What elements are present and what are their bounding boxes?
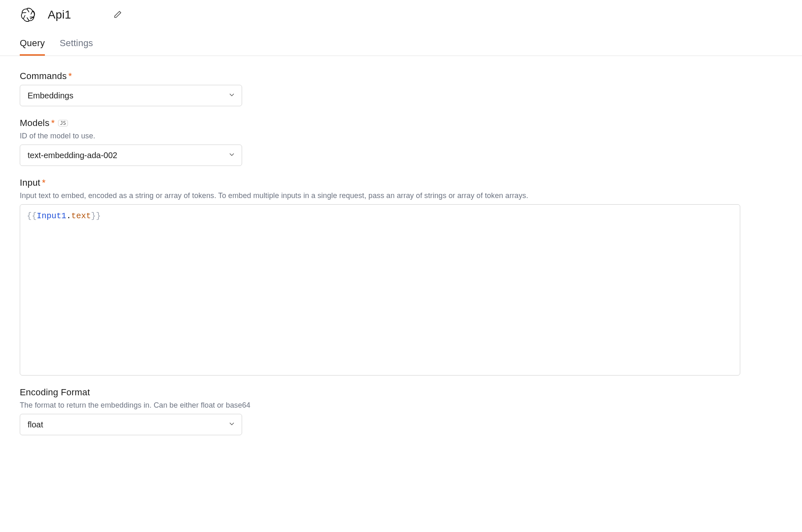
field-input-help: Input text to embed, encoded as a string… bbox=[20, 191, 782, 200]
encoding-format-select[interactable]: float bbox=[20, 414, 242, 435]
field-input-label-row: Input* bbox=[20, 177, 782, 188]
field-models-help: ID of the model to use. bbox=[20, 132, 782, 140]
js-badge[interactable]: JS bbox=[58, 120, 68, 126]
field-models-label-row: Models* JS bbox=[20, 118, 782, 128]
code-token-property: text bbox=[71, 211, 91, 221]
code-token-identifier: Input1 bbox=[37, 211, 66, 221]
encoding-format-select-value: float bbox=[28, 420, 43, 429]
models-select[interactable]: text-embedding-ada-002 bbox=[20, 145, 242, 166]
openai-logo-icon bbox=[20, 7, 36, 23]
field-commands-label: Commands bbox=[20, 71, 67, 82]
form-area: Commands* Embeddings Models* JS ID of th… bbox=[0, 56, 802, 463]
code-token-close-brace: }} bbox=[91, 211, 101, 221]
page-root: Api1 Query Settings bbox=[0, 0, 802, 463]
commands-select-value: Embeddings bbox=[28, 91, 73, 100]
models-select-value: text-embedding-ada-002 bbox=[28, 151, 117, 160]
tabs-bar: Query Settings bbox=[0, 38, 802, 56]
required-marker: * bbox=[51, 118, 55, 128]
field-models: Models* JS ID of the model to use. text-… bbox=[20, 118, 782, 166]
api-title: Api1 bbox=[48, 8, 71, 21]
field-input-label: Input bbox=[20, 177, 40, 188]
code-token-dot: . bbox=[66, 211, 71, 221]
models-select-wrap: text-embedding-ada-002 bbox=[20, 145, 242, 166]
field-input: Input* Input text to embed, encoded as a… bbox=[20, 177, 782, 376]
field-encoding-format: Encoding Format The format to return the… bbox=[20, 387, 782, 435]
required-marker: * bbox=[42, 177, 46, 188]
toolbar-right bbox=[786, 40, 795, 54]
panel-toggle-button[interactable] bbox=[786, 40, 795, 50]
tab-settings[interactable]: Settings bbox=[60, 38, 93, 56]
code-token-open-brace: {{ bbox=[27, 211, 37, 221]
header: Api1 bbox=[0, 3, 802, 26]
commands-select[interactable]: Embeddings bbox=[20, 85, 242, 106]
encoding-format-select-wrap: float bbox=[20, 414, 242, 435]
tab-query[interactable]: Query bbox=[20, 38, 45, 56]
edit-title-button[interactable] bbox=[112, 9, 124, 21]
field-encoding-format-label-row: Encoding Format bbox=[20, 387, 782, 398]
pencil-icon bbox=[114, 10, 122, 20]
field-models-label: Models bbox=[20, 118, 49, 128]
field-commands-label-row: Commands* bbox=[20, 71, 782, 82]
required-marker: * bbox=[68, 71, 72, 82]
field-encoding-format-label: Encoding Format bbox=[20, 387, 90, 398]
field-commands: Commands* Embeddings bbox=[20, 71, 782, 106]
field-encoding-format-help: The format to return the embeddings in. … bbox=[20, 401, 782, 410]
commands-select-wrap: Embeddings bbox=[20, 85, 242, 106]
input-code-editor[interactable]: {{Input1.text}} bbox=[20, 204, 740, 376]
tabs: Query Settings bbox=[20, 38, 93, 56]
